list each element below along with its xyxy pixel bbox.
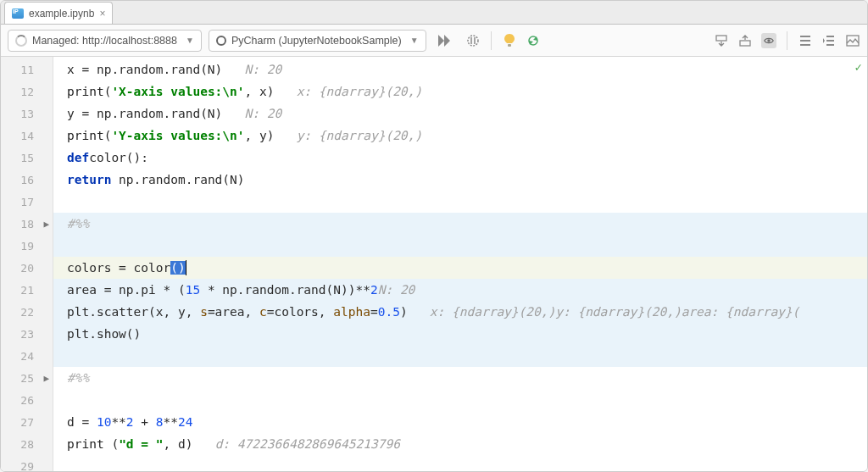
line-number: 20 (1, 257, 53, 279)
separator (787, 31, 787, 50)
server-combo[interactable]: Managed: http://localhost:8888 ▼ (8, 30, 202, 52)
cell-marker: #%% (53, 367, 867, 389)
cell-below-icon[interactable] (714, 33, 729, 48)
bulb-icon[interactable] (502, 33, 517, 48)
code-line (53, 345, 867, 367)
code-line: y = np.random.rand(N) N: 20 (53, 103, 867, 125)
line-number: 21 (1, 279, 53, 301)
line-number: 22 (1, 301, 53, 323)
code-line: plt.show() (53, 323, 867, 345)
code-line: def color(): (53, 147, 867, 169)
svg-rect-1 (508, 44, 511, 47)
line-number: 11 (1, 58, 53, 81)
tab-bar: example.ipynb × (1, 1, 867, 25)
svg-point-0 (468, 36, 478, 46)
line-number: 29 (1, 455, 53, 472)
kernel-combo[interactable]: PyCharm (JupyterNotebookSample) ▼ (209, 30, 426, 52)
file-tab[interactable]: example.ipynb × (4, 2, 113, 24)
svg-point-4 (767, 39, 771, 42)
close-icon[interactable]: × (99, 8, 105, 19)
code-editor[interactable]: ✓ 11 12 13 14 15 16 17 18▶ 19 20 21 22 2… (1, 57, 867, 471)
line-number: 12 (1, 81, 53, 103)
cell-marker: #%% (53, 213, 867, 235)
code-area[interactable]: x = np.random.rand(N) N: 20 print('X-axi… (53, 57, 867, 471)
line-number: 25▶ (1, 367, 53, 389)
separator (491, 31, 492, 50)
code-line: d = 10**2 + 8**24 (53, 411, 867, 433)
code-line (53, 389, 867, 411)
run-cell-icon[interactable]: ▶ (43, 219, 49, 230)
python-icon (216, 36, 226, 46)
line-number: 23 (1, 323, 53, 345)
svg-rect-3 (740, 41, 750, 46)
code-line (53, 235, 867, 257)
line-number: 17 (1, 191, 53, 213)
code-line: plt.scatter(x, y, s=area, c=colors, alph… (53, 301, 867, 323)
code-line (53, 455, 867, 472)
code-line: colors = color() (53, 257, 867, 279)
kernel-label: PyCharm (JupyterNotebookSample) (231, 35, 402, 47)
sync-icon[interactable] (526, 33, 541, 48)
caret (186, 260, 186, 275)
line-number: 18▶ (1, 213, 53, 235)
run-cell-icon[interactable]: ▶ (43, 373, 49, 384)
cell-above-icon[interactable] (737, 33, 753, 48)
indent-icon[interactable] (821, 33, 837, 48)
line-number: 27 (1, 411, 53, 433)
chevron-down-icon: ▼ (410, 36, 419, 45)
loading-icon (15, 35, 27, 47)
preview-icon[interactable] (761, 33, 776, 48)
run-all-icon[interactable] (438, 33, 453, 48)
code-line: print('X-axis values:\n', x) x: {ndarray… (53, 81, 867, 103)
line-number: 26 (1, 389, 53, 411)
list-icon[interactable] (798, 33, 813, 48)
jupyter-icon (12, 8, 24, 19)
code-line: return np.random.rand(N) (53, 169, 867, 191)
code-line (53, 191, 867, 213)
line-number: 24 (1, 345, 53, 367)
chevron-down-icon: ▼ (186, 36, 194, 45)
line-number: 16 (1, 169, 53, 191)
toolbar: Managed: http://localhost:8888 ▼ PyCharm… (1, 25, 867, 57)
line-number: 15 (1, 147, 53, 169)
code-line: area = np.pi * (15 * np.random.rand(N))*… (53, 279, 867, 301)
tab-filename: example.ipynb (29, 8, 94, 19)
server-label: Managed: http://localhost:8888 (32, 35, 177, 47)
code-line: x = np.random.rand(N) N: 20 (53, 58, 867, 81)
line-number: 14 (1, 125, 53, 147)
code-line: print('Y-axis values:\n', y) y: {ndarray… (53, 125, 867, 147)
code-line: print ("d = ", d) d: 4722366482869645213… (53, 433, 867, 455)
gutter: 11 12 13 14 15 16 17 18▶ 19 20 21 22 23 … (1, 57, 53, 471)
interrupt-icon[interactable] (465, 33, 481, 48)
image-icon[interactable] (845, 33, 860, 48)
line-number: 13 (1, 103, 53, 125)
svg-rect-2 (716, 36, 726, 41)
line-number: 28 (1, 433, 53, 455)
line-number: 19 (1, 235, 53, 257)
